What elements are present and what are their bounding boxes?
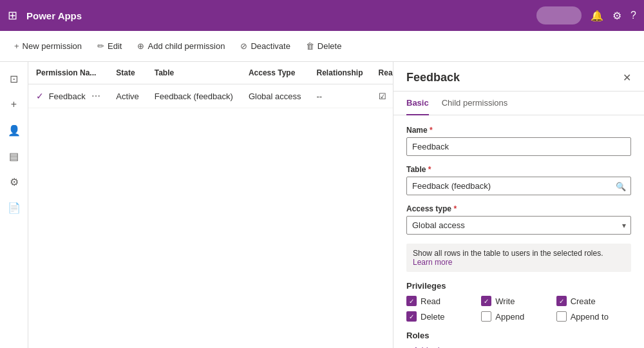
add-child-label: Add child permission	[147, 41, 225, 51]
edit-label: Edit	[108, 41, 122, 51]
sidebar-icon-users[interactable]: 👤	[3, 119, 26, 142]
access-type-required-star: *	[453, 204, 457, 213]
table-search-wrap: 🔍	[406, 177, 631, 195]
access-type-select-wrap: Global access Deep Local Basic (User) ▾	[406, 216, 631, 235]
access-type-label: Access type *	[406, 204, 631, 213]
col-header-state[interactable]: State	[108, 62, 146, 84]
sidebar: ⊡ + 👤 ▤ ⚙ 📄	[0, 62, 28, 348]
privileges-grid: Read Write Create Delete	[406, 296, 631, 322]
name-field-group: Name *	[406, 126, 631, 156]
privileges-section: Privileges Read Write Create	[406, 281, 631, 322]
priv-read: Read	[406, 296, 481, 306]
grid-icon: ⊞	[8, 8, 17, 23]
new-permission-label: New permission	[23, 41, 82, 51]
content-area: Permission Na... State Table Access Type…	[28, 62, 393, 348]
table-search-icon: 🔍	[616, 181, 626, 191]
avatar[interactable]	[536, 6, 582, 24]
sidebar-icon-docs[interactable]: 📄	[3, 196, 26, 219]
cell-access: Global access	[241, 84, 309, 108]
read-checkbox[interactable]	[406, 296, 417, 306]
add-child-permission-button[interactable]: ⊕ Add child permission	[131, 37, 231, 55]
bell-icon[interactable]: 🔔	[591, 10, 603, 22]
info-box: Show all rows in the table to users in t…	[406, 244, 631, 272]
learn-more-link[interactable]: Learn more	[413, 258, 452, 267]
table-required-star: *	[428, 165, 431, 174]
priv-delete: Delete	[406, 311, 481, 322]
col-header-access[interactable]: Access Type	[241, 62, 309, 84]
privileges-title: Privileges	[406, 281, 631, 291]
table-area: Permission Na... State Table Access Type…	[28, 62, 393, 348]
table-header-row: Permission Na... State Table Access Type…	[28, 62, 393, 84]
create-checkbox[interactable]	[556, 296, 567, 306]
cell-state: Active	[108, 84, 146, 108]
delete-label: Delete	[317, 41, 342, 51]
panel-title: Feedback	[406, 71, 460, 84]
cell-table: Feedback (feedback)	[147, 84, 241, 108]
table-field-group: Table * 🔍	[406, 165, 631, 195]
priv-append: Append	[481, 311, 556, 322]
main-layout: ⊡ + 👤 ▤ ⚙ 📄 Permission Na... State Table…	[0, 62, 644, 348]
name-field-label: Name *	[406, 126, 631, 135]
row-name-label: Feedback	[49, 92, 86, 101]
append-to-label: Append to	[571, 312, 609, 322]
row-more-icon[interactable]: ⋯	[91, 91, 100, 101]
write-label: Write	[495, 296, 515, 306]
delete-icon: 🗑	[306, 41, 314, 51]
create-label: Create	[571, 296, 596, 306]
col-header-relationship[interactable]: Relationship	[309, 62, 371, 84]
table-input[interactable]	[406, 177, 631, 195]
cell-relationship: --	[309, 84, 371, 108]
deactivate-button[interactable]: ⊘ Deactivate	[234, 37, 296, 55]
name-required-star: *	[430, 126, 433, 135]
topbar: ⊞ Power Apps 🔔 ⚙ ?	[0, 0, 644, 31]
col-header-name[interactable]: Permission Na...	[28, 62, 108, 84]
sidebar-icon-add[interactable]: +	[3, 93, 26, 116]
gear-icon[interactable]: ⚙	[612, 10, 621, 22]
priv-create: Create	[556, 296, 631, 306]
cell-read: ☑	[371, 84, 393, 108]
add-roles-label: + Add roles	[406, 345, 448, 348]
panel-body: Name * Table * 🔍 Access type	[393, 115, 644, 348]
deactivate-icon: ⊘	[240, 41, 247, 51]
detail-panel: Feedback ✕ Basic Child permissions Name …	[393, 62, 644, 348]
table-field-label: Table *	[406, 165, 631, 174]
add-child-icon: ⊕	[137, 41, 144, 51]
table-row[interactable]: ✓ Feedback ⋯ Active Feedback (feedback) …	[28, 84, 393, 108]
actionbar: + New permission ✏ Edit ⊕ Add child perm…	[0, 31, 644, 62]
name-input[interactable]	[406, 137, 631, 156]
panel-tabs: Basic Child permissions	[393, 92, 644, 115]
cell-name: ✓ Feedback ⋯	[28, 84, 108, 108]
help-icon[interactable]: ?	[630, 10, 636, 21]
app-title: Power Apps	[26, 10, 530, 21]
access-type-select[interactable]: Global access Deep Local Basic (User)	[406, 216, 631, 235]
edit-button[interactable]: ✏ Edit	[91, 37, 128, 55]
tab-child-permissions[interactable]: Child permissions	[442, 92, 508, 115]
row-status-icon: ✓	[36, 91, 44, 101]
panel-header: Feedback ✕	[393, 62, 644, 92]
permissions-table: Permission Na... State Table Access Type…	[28, 62, 393, 108]
append-to-checkbox[interactable]	[556, 311, 567, 322]
sidebar-icon-settings[interactable]: ⚙	[3, 170, 26, 193]
access-type-field-group: Access type * Global access Deep Local B…	[406, 204, 631, 235]
append-checkbox[interactable]	[481, 311, 491, 322]
sidebar-icon-home[interactable]: ⊡	[3, 67, 26, 90]
add-roles-button[interactable]: + Add roles	[406, 345, 448, 348]
write-checkbox[interactable]	[481, 296, 491, 306]
read-label: Read	[421, 296, 440, 306]
new-permission-button[interactable]: + New permission	[8, 37, 88, 55]
priv-append-to: Append to	[556, 311, 631, 322]
col-header-read[interactable]: Read	[371, 62, 393, 84]
col-header-table[interactable]: Table	[147, 62, 241, 84]
roles-title: Roles	[406, 331, 631, 340]
append-label: Append	[495, 312, 524, 322]
delete-button[interactable]: 🗑 Delete	[299, 37, 348, 55]
topbar-right: 🔔 ⚙ ?	[536, 6, 636, 24]
deactivate-label: Deactivate	[251, 41, 290, 51]
edit-icon: ✏	[97, 41, 104, 51]
tab-basic[interactable]: Basic	[406, 92, 429, 115]
delete-checkbox[interactable]	[406, 311, 417, 322]
delete-label: Delete	[421, 312, 445, 322]
sidebar-icon-table[interactable]: ▤	[3, 144, 26, 168]
panel-close-button[interactable]: ✕	[623, 72, 631, 84]
priv-write: Write	[481, 296, 556, 306]
